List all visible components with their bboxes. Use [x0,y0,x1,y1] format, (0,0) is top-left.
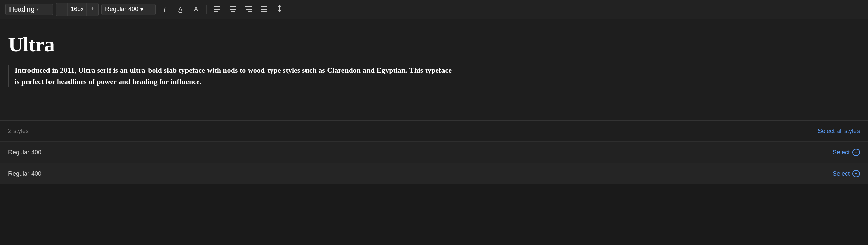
description-block: Introduced in 2011, Ultra serif is an ul… [8,65,860,87]
align-center-icon [229,5,237,14]
font-description: Introduced in 2011, Ultra serif is an ul… [15,65,455,87]
highlight-button[interactable]: A̲ [174,3,187,16]
font-size-control: − 16px + [56,3,99,16]
svg-rect-14 [261,9,267,10]
select-label: Select [833,149,850,156]
style-row: Regular 400 Select + [0,163,868,184]
font-weight-label: Regular 400 [105,6,138,13]
svg-rect-12 [261,6,267,7]
align-center-button[interactable] [226,3,239,16]
svg-rect-13 [261,8,267,8]
style-row: Regular 400 Select + [0,142,868,163]
toolbar-divider [206,5,207,14]
align-left-icon [214,5,221,14]
toolbar: Heading ▾ − 16px + Regular 400 ▾ I A̲ A [0,0,868,19]
select-style-button[interactable]: Select + [833,149,860,156]
svg-rect-1 [214,8,218,8]
align-right-button[interactable] [242,3,255,16]
style-name: Regular 400 [8,149,41,156]
italic-icon: I [164,5,166,13]
svg-rect-0 [214,6,220,7]
highlight-icon: A̲ [178,6,182,13]
font-title: Ultra [8,32,860,57]
svg-rect-9 [248,8,252,8]
style-name: Regular 400 [8,170,41,177]
svg-rect-15 [261,11,267,12]
line-height-button[interactable] [273,3,286,16]
select-all-styles-button[interactable]: Select all styles [818,128,860,135]
font-size-decrease-button[interactable]: − [56,3,67,16]
svg-rect-7 [231,11,235,12]
circle-plus-icon: + [852,149,860,156]
font-size-value[interactable]: 16px [67,3,87,16]
font-weight-select[interactable]: Regular 400 ▾ [101,4,156,15]
align-justify-icon [260,5,268,14]
svg-rect-6 [230,9,236,10]
align-justify-button[interactable] [258,3,271,16]
styles-section: 2 styles Select all styles Regular 400 S… [0,120,868,184]
svg-rect-2 [214,9,220,10]
svg-rect-17 [278,8,282,8]
styles-count: 2 styles [8,128,29,135]
svg-rect-10 [246,9,252,10]
svg-rect-4 [230,6,236,7]
align-right-icon [245,5,252,14]
line-height-icon [276,5,283,14]
text-color-button[interactable]: A [190,3,202,16]
select-label: Select [833,170,850,177]
font-size-increase-button[interactable]: + [87,3,98,16]
main-content: Ultra Introduced in 2011, Ultra serif is… [0,19,868,120]
chevron-down-icon: ▾ [37,7,39,12]
svg-rect-11 [248,11,252,12]
italic-button[interactable]: I [158,3,171,16]
svg-rect-18 [278,9,282,9]
heading-select-label: Heading [9,5,35,13]
svg-rect-5 [231,8,235,8]
circle-plus-icon: + [852,170,860,177]
svg-rect-8 [245,6,252,7]
align-left-button[interactable] [211,3,224,16]
chevron-down-icon: ▾ [140,6,143,13]
select-style-button[interactable]: Select + [833,170,860,177]
heading-select[interactable]: Heading ▾ [5,4,53,15]
svg-rect-3 [214,11,218,12]
text-color-icon: A [194,6,198,13]
styles-header: 2 styles Select all styles [0,120,868,142]
